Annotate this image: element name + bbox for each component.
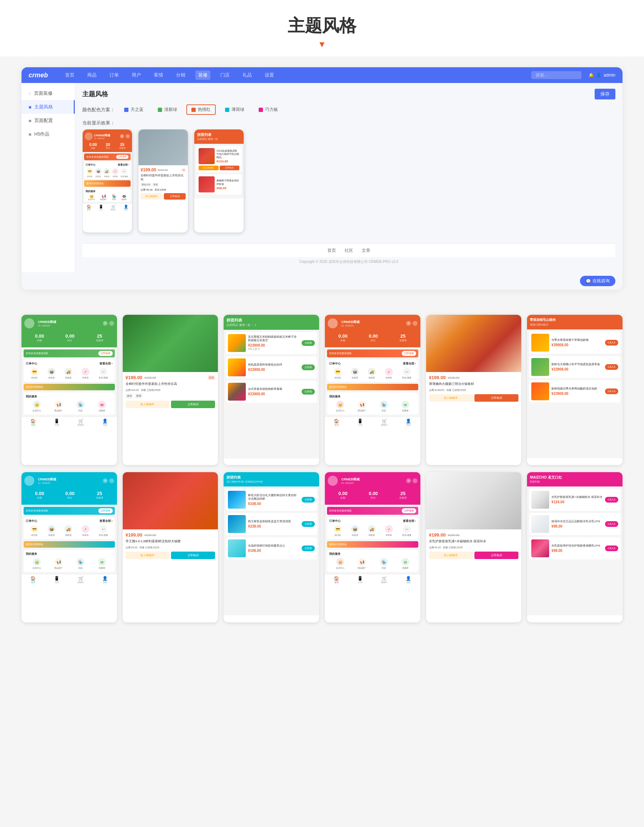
nav-user[interactable]: 用户 [129,70,144,80]
swatch-teal [225,108,229,112]
nav-gift[interactable]: 礼品 [240,70,255,80]
join-btn-green-1[interactable]: 去拼团 [302,340,315,346]
gb-item-teal-1: 鲜花大虾活法礼大萎虾鲜品特大黄自虾冷冻整品特鲜 ¥108.00 去拼团 [226,488,317,511]
theme-grid-row-2: CRMEB商城 ID: 000000 ⚙ ♡ 0.00余额 0.00积分 25优… [22,472,622,623]
theme-card-teal-pc: CRMEB商城 ID: 000000 ⚙ ♡ 0.00余额 0.00积分 25优… [22,472,117,623]
pc-avatar [24,318,34,328]
group-buy-header: 拼团列表 品质商品·邀请一起 [194,130,244,144]
color-tag-green[interactable]: 清新绿 [153,105,182,115]
gb-item-pink-2: 保湿补水宫正品正品醇肤水乳水乳CP8 ¥98.00 CA入A [529,513,621,535]
group-item-2: 脆脆棒子两毫金地坊 拌炒蒸 ¥58.00 [196,174,242,195]
nav-distribution[interactable]: 分销 [173,70,188,80]
sidebar-item-theme[interactable]: ■ 主题风格 [22,100,75,114]
nav-bottom-community[interactable]: 社区 [345,248,353,254]
buy-btn-teal[interactable]: 立即购买 [171,552,215,559]
sidebar-icon-h5: ■ [29,132,31,137]
pc-avatar-teal [24,476,34,486]
product-img-lotion [426,472,522,529]
join-btn-red-3[interactable]: CA入A [605,389,618,394]
consult-icon: 💬 [586,279,591,284]
admin-logo: crmeb [29,72,48,79]
cart-btn-pink[interactable]: 加入购物车 [429,552,473,559]
preview-label: 当前显示效果： [82,120,615,126]
product-img-crab [123,472,218,529]
gb-item-teal-3: 水晶虾饺鲜灯焖炆炖夏茶点心 ¥108.00 去拼团 [226,537,317,559]
preview-phone-product: ¥199.00 ¥100.00 Ie 全棉针织套件作套新款上市性价比高 颜色分类… [138,129,188,233]
nav-bottom-article[interactable]: 文章 [362,248,370,254]
join-btn-pink-1[interactable]: CA入A [605,497,618,502]
product-img-pork [426,315,522,372]
join-btn-pink-2[interactable]: CA入A [605,521,618,527]
pc-avatar-red [328,318,338,328]
join-group-btn-1[interactable]: 加入购物车 [199,165,219,170]
save-button[interactable]: 保存 [595,89,615,100]
theme-grid-row-1: CRMEB商城 ID: 000000 ⚙ ♡ 0.00余额 0.00积分 25优… [22,315,622,465]
consult-button[interactable]: 💬 在线咨询 [580,276,615,286]
add-cart-btn[interactable]: 加入购物车 [141,193,163,200]
theme-card-teal-product: ¥199.00 ¥100.00 帝王蟹4.0-2.8鲜利基密鲜活热特大锅蟹 运费… [123,472,218,623]
gb-item-red-3: 新鲜现摘当季水果秀桔酸奶清店包邮 ¥23908.00 CA入A [529,380,621,403]
join-btn-red-1[interactable]: CA入A [605,340,618,346]
sidebar-item-h5[interactable]: ■ H5作品 [22,127,75,141]
nav-settings[interactable]: 设置 [262,70,277,80]
join-btn-teal-1[interactable]: 去拼团 [302,497,315,502]
gb-item-2: 有机蔬菜菜料有家组合的伴 ¥23908.00 去拼团 [226,356,317,378]
nav-bottom-home[interactable]: 首页 [327,248,336,254]
swatch-blue [124,108,128,112]
color-tag-blue[interactable]: 天之蓝 [119,105,148,115]
color-tag-red[interactable]: 热情红 [186,105,216,115]
theme-card-green-group: 拼团列表 品质商品·邀请一起 → 1 东北黄糯玉米妈妈级超粘贴玉米棒子珍和甜糯玉… [224,315,319,465]
color-scheme-label: 颜色配色方案： [82,107,115,113]
content-title: 主题风格 [82,90,108,98]
admin-search-input[interactable] [531,71,581,79]
theme-card-teal-group: 拼团列表 进口海鲜2件8折 深海精品2件9折 鲜花大虾活法礼大萎虾鲜品特大黄自虾… [224,472,319,623]
theme-card-pink-group: MAIZCHO 圣艾口红 拼团列表 水乳护肤套装乳液+水磁铺粉水 保湿补水 ¥1… [527,472,622,623]
theme-card-red-pc: CRMEB商城 ID: 000000 ⚙ ♡ 0.00余额 0.00积分 25优… [325,315,420,465]
buy-group-btn-1[interactable]: 立即购买 [220,165,240,170]
join-btn-red-2[interactable]: CA入A [605,364,618,370]
nav-order[interactable]: 订单 [106,70,122,80]
nav-service[interactable]: 客情 [151,70,166,80]
gb-item-red-2: 新鲜当天柑橘小米平节很柔软蔬菜零食 ¥23908.00 CA入A [529,356,621,378]
nav-store[interactable]: 门店 [217,70,233,80]
pc-avatar-pink [328,476,338,486]
theme-card-green-pc: CRMEB商城 ID: 000000 ⚙ ♡ 0.00余额 0.00积分 25优… [22,315,117,465]
phone-header-red: CRMEB商城 ID: 000000 ⚙ ♡ [83,130,132,152]
sidebar-item-config[interactable]: ■ 页面配置 [22,114,75,127]
phone-avatar [85,133,93,140]
preview-phones: CRMEB商城 ID: 000000 ⚙ ♡ [82,129,615,240]
join-btn-pink-3[interactable]: CA入A [605,546,618,551]
cart-btn-green[interactable]: 加入购物车 [126,401,170,408]
sidebar-item-decoration[interactable]: ↑ 页面装修 [22,87,75,100]
notification-icon[interactable]: 🔔 [589,73,594,78]
gb-item-3: 法式草春布胡指饰鲜草莓莓 ¥23908.00 去拼团 [226,381,317,403]
buy-btn-green[interactable]: 立即购买 [171,401,215,408]
theme-card-green-product: ¥199.00 ¥100.00 领券 全棉针织套件作套新款上市性价比高 运费 ¥… [123,315,218,465]
copyright: Copyright © 2020 深圳市众传科技有限公司 CRMEB-PRO v… [82,257,615,267]
color-tag-teal[interactable]: 薄荷绿 [220,105,249,115]
nav-decoration[interactable]: 装修 [195,70,210,80]
admin-content: 主题风格 保存 颜色配色方案： 天之蓝 清新绿 [75,83,622,272]
join-btn-teal-2[interactable]: 去拼团 [302,521,315,527]
buy-btn-red[interactable]: 立即购买 [474,394,518,402]
gb-item-pink-1: 水乳护肤套装乳液+水磁铺粉水 保湿补水 ¥124.00 CA入A [529,488,621,511]
title-arrow: ▼ [0,39,644,49]
page-title-section: 主题风格 ▼ [0,0,644,56]
cart-btn-teal[interactable]: 加入购物车 [126,552,170,559]
cart-btn-red[interactable]: 加入购物车 [429,394,473,402]
color-tag-pink[interactable]: 巧力板 [254,105,283,115]
product-preview-img [139,130,188,165]
admin-topnav: crmeb 首页 商品 订单 用户 客情 分销 装修 门店 礼品 设置 🔔 👤 … [22,67,622,83]
product-img-spinach [123,315,218,372]
admin-user: 🔔 👤 admin [589,73,615,78]
sidebar-icon-theme: ■ [29,105,31,110]
buy-now-btn[interactable]: 立即购买 [164,193,186,200]
preview-phone-group: 拼团列表 品质商品·邀请一起 2019款超规格进取气泡火锅类节热点锅物品... [194,129,244,233]
join-btn-green-3[interactable]: 去拼团 [302,389,315,395]
nav-home[interactable]: 首页 [62,70,77,80]
nav-product[interactable]: 商品 [84,70,100,80]
buy-btn-pink[interactable]: 立即购买 [474,552,518,559]
join-btn-teal-3[interactable]: 去拼团 [302,546,315,551]
gb-item-teal-2: 四大家鱼盒装鳝鱼盒盒片类清清蒸 ¥238.00 去拼团 [226,513,317,535]
join-btn-green-2[interactable]: 去拼团 [302,365,315,370]
